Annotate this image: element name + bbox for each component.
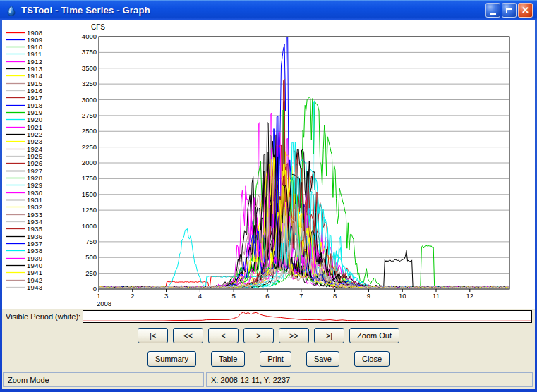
app-window: TSTool - Time Series - Graph ✕ 190819091… bbox=[0, 0, 537, 392]
nav-button-first[interactable]: |< bbox=[138, 328, 168, 343]
x-axis-year-label: 2008 bbox=[97, 300, 111, 307]
x-tick-label-4: 4 bbox=[198, 292, 202, 300]
y-tick-label-750: 750 bbox=[85, 238, 97, 245]
x-tick-label-10: 10 bbox=[399, 292, 406, 300]
x-tick-label-11: 11 bbox=[433, 292, 440, 300]
table-button[interactable]: Table bbox=[211, 351, 245, 367]
y-tick-label-3750: 3750 bbox=[82, 48, 97, 56]
y-tick-label-2250: 2250 bbox=[82, 143, 97, 151]
x-tick-label-5: 5 bbox=[232, 292, 236, 300]
y-tick-label-500: 500 bbox=[85, 253, 97, 261]
y-tick-label-250: 250 bbox=[85, 269, 97, 277]
navigation-buttons-row: |<<<<>>>>|Zoom Out bbox=[2, 328, 535, 343]
print-button[interactable]: Print bbox=[260, 351, 291, 367]
y-tick-label-2000: 2000 bbox=[82, 159, 97, 166]
title-bar[interactable]: TSTool - Time Series - Graph ✕ bbox=[0, 0, 537, 20]
window-title: TSTool - Time Series - Graph bbox=[21, 5, 150, 16]
series-line-1930 bbox=[99, 132, 510, 288]
overview-line bbox=[83, 312, 531, 321]
y-tick-label-4000: 4000 bbox=[82, 32, 97, 40]
graph-panel[interactable]: 1908190919101911191219131914191519161917… bbox=[2, 20, 535, 309]
y-tick-label-2750: 2750 bbox=[82, 111, 97, 119]
x-tick-label-8: 8 bbox=[333, 292, 337, 300]
app-icon bbox=[6, 5, 17, 16]
maximize-icon bbox=[506, 8, 512, 13]
y-tick-label-1250: 1250 bbox=[82, 206, 97, 214]
x-tick-label-2: 2 bbox=[131, 292, 134, 300]
nav-button-forward[interactable]: > bbox=[243, 328, 274, 343]
x-tick-label-1: 1 bbox=[97, 292, 100, 300]
x-tick-label-7: 7 bbox=[299, 292, 303, 300]
x-tick-label-12: 12 bbox=[466, 292, 474, 300]
overview-mini-chart bbox=[83, 311, 531, 322]
maximize-button[interactable] bbox=[502, 3, 517, 18]
y-tick-label-2500: 2500 bbox=[82, 127, 97, 135]
time-series-plot[interactable]: 0250500750100012501500175020002250250027… bbox=[2, 20, 535, 309]
nav-button-back[interactable]: < bbox=[208, 328, 239, 343]
series-lines bbox=[99, 37, 510, 288]
close-icon: ✕ bbox=[521, 6, 529, 15]
minimize-button[interactable] bbox=[485, 3, 500, 18]
minimize-icon bbox=[490, 13, 496, 15]
status-bar: Zoom Mode X: 2008-12-11, Y: 2237 bbox=[2, 372, 535, 388]
x-tick-label-9: 9 bbox=[367, 292, 370, 300]
y-tick-label-3250: 3250 bbox=[82, 80, 97, 87]
y-tick-label-3000: 3000 bbox=[82, 96, 97, 104]
visible-period-strip[interactable] bbox=[83, 310, 532, 323]
y-axis-title: CFS bbox=[91, 23, 105, 31]
y-tick-label-3500: 3500 bbox=[82, 64, 97, 72]
status-coordinates-panel: X: 2008-12-11, Y: 2237 bbox=[206, 372, 533, 387]
nav-button-last[interactable]: >| bbox=[314, 328, 344, 343]
status-mode-text: Zoom Mode bbox=[8, 376, 49, 384]
status-coordinates-text: X: 2008-12-11, Y: 2237 bbox=[211, 376, 290, 384]
status-mode-panel: Zoom Mode bbox=[3, 372, 204, 387]
y-tick-label-1500: 1500 bbox=[82, 190, 97, 198]
close-graph-button[interactable]: Close bbox=[354, 351, 390, 367]
nav-button-page-forward[interactable]: >> bbox=[279, 328, 309, 343]
x-tick-label-3: 3 bbox=[164, 292, 168, 300]
close-button[interactable]: ✕ bbox=[518, 3, 533, 18]
x-tick-label-6: 6 bbox=[265, 292, 269, 300]
y-tick-label-0: 0 bbox=[93, 285, 97, 293]
y-tick-label-1000: 1000 bbox=[82, 222, 97, 230]
zoom-out-button[interactable]: Zoom Out bbox=[349, 328, 399, 343]
save-button[interactable]: Save bbox=[306, 351, 339, 367]
visible-period-row: Visible Period (white): bbox=[2, 310, 535, 324]
action-buttons-row: SummaryTablePrintSaveClose bbox=[2, 351, 535, 367]
summary-button[interactable]: Summary bbox=[147, 351, 196, 367]
window-client-area: 1908190919101911191219131914191519161917… bbox=[2, 20, 535, 389]
y-tick-label-1750: 1750 bbox=[82, 174, 97, 182]
nav-button-page-back[interactable]: << bbox=[173, 328, 203, 343]
visible-period-label: Visible Period (white): bbox=[6, 312, 80, 321]
